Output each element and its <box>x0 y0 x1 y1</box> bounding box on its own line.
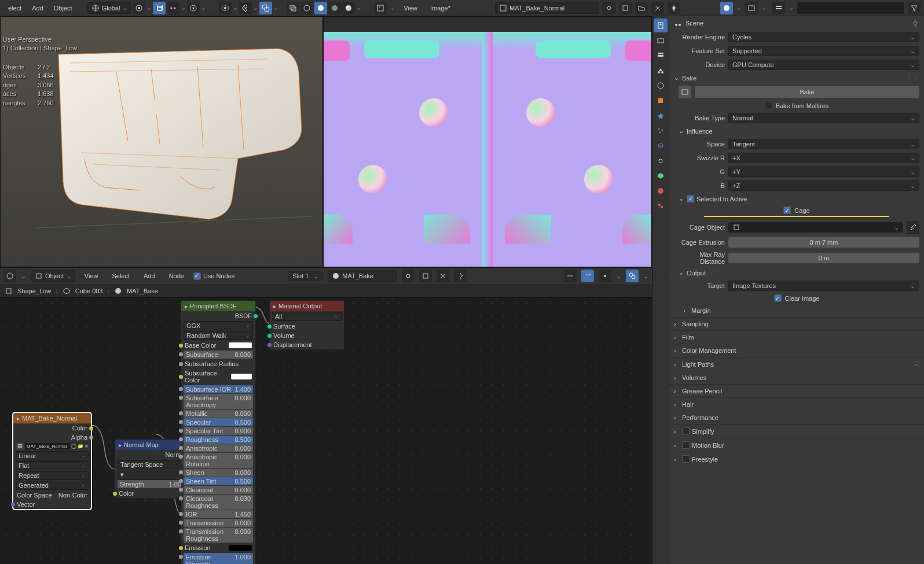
open-image-icon[interactable] <box>635 2 648 14</box>
node-menu-select[interactable]: Select <box>107 270 134 282</box>
proj-select[interactable]: Flat <box>16 461 89 470</box>
bsdf-emission-strength[interactable]: Emission Strength1.000 <box>184 553 253 564</box>
img-menu-view[interactable]: View <box>399 2 422 14</box>
material-slot[interactable]: Slot 1⌄ <box>288 271 323 281</box>
panel-simplify[interactable]: ›Simplify <box>669 424 924 438</box>
shading-wireframe[interactable] <box>300 2 313 14</box>
bake-multires-checkbox[interactable] <box>765 102 772 109</box>
viewport-3d[interactable]: User Perspective 1) Collection | Shape_L… <box>0 16 323 267</box>
image-selector[interactable]: MAT_Bake_Normal <box>495 2 599 14</box>
image-texture-node[interactable]: ▸ MAT_Bake_Normal Color Alpha 🖼 MAT_Bake… <box>13 412 91 510</box>
sel-to-active-header[interactable]: ⌄Selected to Active <box>669 193 924 205</box>
shading-rendered[interactable] <box>342 2 355 14</box>
node-snaptype[interactable] <box>599 270 611 282</box>
bsdf-anisotropic-rotation[interactable]: Anisotropic Rotation0.000 <box>184 453 253 468</box>
uvmap-select[interactable]: ▾ <box>118 470 187 480</box>
device-select[interactable]: GPU Compute <box>728 60 919 70</box>
panel-film[interactable]: ›Film <box>669 330 924 344</box>
editor-type-image[interactable] <box>374 2 387 14</box>
strength-slider[interactable]: Strength1.000 <box>118 480 187 488</box>
menu-add[interactable]: Add <box>27 2 48 14</box>
bsdf-specular[interactable]: Specular0.500 <box>184 418 253 426</box>
margin-panel[interactable]: ›Margin <box>669 304 924 317</box>
src-select[interactable]: Generated <box>16 481 89 490</box>
panel-grease-pencil[interactable]: ›Grease Pencil <box>669 384 924 397</box>
filter-icon[interactable] <box>908 2 921 14</box>
tab-material[interactable] <box>654 184 668 198</box>
swizzle-g-select[interactable]: +Y <box>728 167 919 177</box>
props-options-icon[interactable] <box>772 2 785 14</box>
tab-render[interactable] <box>654 19 668 32</box>
target-select[interactable]: Image Textures <box>728 281 919 291</box>
pivot-icon[interactable] <box>133 2 145 14</box>
principled-bsdf-node[interactable]: ▸ Principled BSDF BSDF GGX Random Walk B… <box>181 300 256 564</box>
tab-data[interactable] <box>654 169 668 183</box>
mat-new-icon[interactable] <box>419 270 432 282</box>
use-nodes-checkbox[interactable] <box>193 272 201 280</box>
bake-type-select[interactable]: Normal <box>728 113 919 123</box>
panel-hair[interactable]: ›Hair <box>669 397 924 411</box>
node-editor[interactable]: ⌄ Object⌄ View Select Add Node Use Nodes… <box>0 267 652 564</box>
proportional-edit[interactable] <box>187 2 200 14</box>
node-overlay[interactable] <box>626 270 639 282</box>
max-ray-field[interactable]: 0 m <box>728 253 919 263</box>
tab-particle[interactable] <box>654 124 668 138</box>
node-tool1[interactable] <box>564 270 577 282</box>
normal-space-select[interactable]: Tangent Space <box>118 460 187 469</box>
dist-select[interactable]: GGX <box>184 321 253 330</box>
feature-set-select[interactable]: Supported <box>728 46 919 56</box>
visibility-icon[interactable] <box>219 2 232 14</box>
mat-browse-icon[interactable] <box>402 270 415 282</box>
bsdf-specular-tint[interactable]: Specular Tint0.000 <box>184 427 253 435</box>
transform-orientation[interactable]: Global⌄ <box>87 2 132 14</box>
bsdf-anisotropic[interactable]: Anisotropic0.000 <box>184 444 253 452</box>
tab-output[interactable] <box>654 34 668 47</box>
eyedropper-icon[interactable] <box>907 221 919 234</box>
bsdf-ior[interactable]: IOR1.450 <box>184 510 253 518</box>
bsdf-transmission[interactable]: Transmission0.000 <box>184 519 253 527</box>
panel-enable-checkbox[interactable] <box>682 441 690 449</box>
crumb-data[interactable]: Cube.003 <box>75 287 103 294</box>
bsdf-metallic[interactable]: Metallic0.000 <box>184 410 253 418</box>
shader-type-object[interactable]: Object⌄ <box>31 270 75 282</box>
panel-sampling[interactable]: ›Sampling <box>669 317 924 330</box>
bsdf-subsurface-anisotropy[interactable]: Subsurface Anisotropy0.000 <box>184 394 253 409</box>
bsdf-clearcoat[interactable]: Clearcoat0.000 <box>184 486 253 494</box>
tab-world[interactable] <box>654 79 668 93</box>
unlink-image-icon[interactable] <box>651 2 664 14</box>
snap-type[interactable] <box>167 2 179 14</box>
tab-physics[interactable] <box>654 139 668 153</box>
node-menu-add[interactable]: Add <box>139 270 160 282</box>
tab-viewlayer[interactable] <box>654 49 668 62</box>
node-snap[interactable] <box>581 270 594 282</box>
tab-modifier[interactable] <box>654 109 668 123</box>
img-display-icon[interactable] <box>720 2 733 14</box>
pin-icon[interactable] <box>911 19 919 27</box>
node-canvas[interactable]: ▸ MAT_Bake_Normal Color Alpha 🖼 MAT_Bake… <box>0 298 652 564</box>
tab-object[interactable] <box>654 94 668 108</box>
clear-image-checkbox[interactable] <box>774 294 782 302</box>
img-channels-icon[interactable] <box>745 2 758 14</box>
panel-motion-blur[interactable]: ›Motion Blur <box>669 438 924 452</box>
bsdf-sheen[interactable]: Sheen0.000 <box>184 469 253 477</box>
mat-pin-icon[interactable] <box>454 270 467 282</box>
props-search[interactable] <box>797 2 904 14</box>
influence-panel-header[interactable]: ⌄Influence <box>669 125 924 137</box>
panel-freestyle[interactable]: ›Freestyle <box>669 452 924 466</box>
sss-select[interactable]: Random Walk <box>184 331 253 340</box>
render-engine-select[interactable]: Cycles <box>728 32 919 42</box>
shading-matprev[interactable] <box>328 2 341 14</box>
snap-toggle[interactable] <box>153 2 166 14</box>
bake-button[interactable]: Bake <box>695 86 919 98</box>
space-select[interactable]: Tangent <box>728 139 919 149</box>
bsdf-sheen-tint[interactable]: Sheen Tint0.500 <box>184 477 253 485</box>
panel-enable-checkbox[interactable] <box>682 427 690 435</box>
bsdf-clearcoat-roughness[interactable]: Clearcoat Roughness0.030 <box>184 495 253 510</box>
tab-texture[interactable] <box>654 199 668 213</box>
image-editor[interactable] <box>323 16 652 267</box>
bsdf-subsurface-ior[interactable]: Subsurface IOR1.400 <box>184 385 253 393</box>
panel-enable-checkbox[interactable] <box>682 455 690 463</box>
panel-light-paths[interactable]: ›Light Paths☰ <box>669 357 924 371</box>
cage-extrusion-field[interactable]: 0 m 7 mm <box>728 237 919 248</box>
sel-to-active-checkbox[interactable] <box>687 195 694 202</box>
